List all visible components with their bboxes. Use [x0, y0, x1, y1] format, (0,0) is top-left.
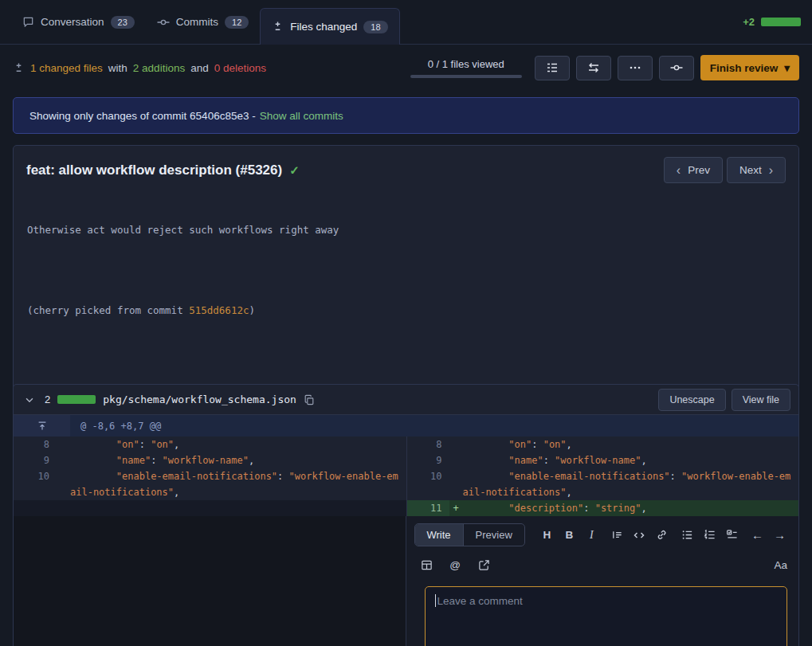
diff-options-button[interactable]: [618, 56, 653, 80]
comment-textarea[interactable]: [425, 586, 788, 646]
old-line-number[interactable]: 8: [14, 437, 57, 452]
task-list-icon[interactable]: [723, 526, 741, 544]
tab-count-badge: 12: [225, 16, 249, 29]
link-icon[interactable]: [653, 526, 671, 544]
changed-files-summary: 1 changed files with 2 additions and 0 d…: [13, 62, 266, 74]
json-key: "name": [70, 455, 151, 466]
file-diff-box: 2 pkg/schema/workflow_schema.json Unesca…: [13, 384, 799, 646]
finish-review-button[interactable]: Finish review ▾: [700, 55, 799, 80]
heading-icon[interactable]: H: [538, 526, 556, 544]
json-value: "on": [151, 439, 174, 450]
finish-review-label: Finish review: [710, 62, 779, 74]
prev-label: Prev: [688, 164, 710, 176]
json-key: "enable-email-notifications": [463, 471, 670, 482]
empty-diff-area: [14, 516, 406, 646]
code-line-new: "on": "on",: [463, 437, 799, 452]
write-tab[interactable]: Write: [415, 524, 463, 546]
new-line-number[interactable]: 9: [406, 452, 449, 468]
additions-text: 2 additions: [133, 62, 185, 74]
diff-view-toggle-button[interactable]: [576, 56, 611, 80]
diff-icon: [13, 62, 25, 74]
cherry-commit-link[interactable]: 515dd6612c: [189, 304, 249, 316]
json-sep: :: [532, 439, 543, 450]
preview-tab[interactable]: Preview: [463, 524, 524, 546]
code-line-old: "name": "workflow-name",: [70, 452, 406, 468]
next-commit-button[interactable]: Next ›: [727, 157, 786, 183]
diff-sign-cell: [57, 452, 70, 468]
json-value: "on": [543, 439, 567, 450]
reference-icon[interactable]: [475, 556, 493, 574]
cherry-text-end: ): [249, 304, 255, 316]
unescape-button[interactable]: Unescape: [658, 389, 725, 411]
write-label: Write: [427, 529, 451, 541]
new-line-number[interactable]: 8: [406, 437, 449, 452]
arrow-left-icon[interactable]: ←: [748, 526, 767, 544]
file-changes-count: 2: [45, 393, 50, 405]
hunk-header-text: @ -8,6 +8,7 @@: [70, 415, 798, 437]
empty-old-sign: [57, 500, 70, 516]
global-diff-stats: +2: [743, 16, 801, 28]
tab-commits[interactable]: Commits 12: [146, 8, 261, 37]
diff-sign-cell: [449, 468, 463, 500]
files-viewed-bar: [410, 75, 522, 78]
diff-sign-cell: [449, 452, 463, 468]
inline-comment-row: Write Preview H B I: [14, 516, 798, 646]
files-viewed-label: 0 / 1 files viewed: [428, 58, 504, 70]
code-line-new: "enable-email-notifications": "workflow-…: [463, 468, 799, 500]
copy-path-icon[interactable]: [304, 394, 315, 405]
comment-editor: Write Preview H B I: [406, 516, 799, 646]
json-sep: :: [277, 471, 288, 482]
empty-old-line: [14, 500, 57, 516]
tab-label: Files changed: [290, 21, 357, 33]
expand-up-icon: [37, 421, 48, 432]
commit-icon: [157, 16, 170, 29]
prev-commit-button[interactable]: ‹ Prev: [664, 157, 723, 183]
json-key: "on": [70, 439, 139, 450]
json-end: ,: [174, 487, 179, 498]
json-end: ,: [641, 503, 646, 514]
json-sep: :: [139, 439, 151, 450]
changed-files-link[interactable]: 1 changed files: [30, 62, 103, 74]
chevron-down-icon[interactable]: [22, 394, 37, 405]
font-size-toggle[interactable]: Aa: [774, 559, 787, 571]
view-file-label: View file: [743, 394, 779, 405]
diff-stat-bar: [761, 18, 801, 26]
added-code-line: "description": "string",: [463, 500, 799, 516]
json-sep: :: [151, 455, 162, 466]
quote-icon[interactable]: [608, 526, 626, 544]
browse-commits-button[interactable]: [659, 56, 694, 80]
expand-hunk-button[interactable]: [14, 415, 70, 437]
tab-label: Conversation: [41, 16, 104, 28]
json-sep: :: [543, 455, 555, 466]
file-tree-toggle-button[interactable]: [535, 56, 570, 80]
new-line-number[interactable]: 10: [406, 468, 449, 500]
json-value: "string": [595, 503, 641, 514]
cherry-text: (cherry picked from commit: [27, 304, 189, 316]
tab-files-changed[interactable]: Files changed 18: [260, 8, 399, 45]
text-caret: [435, 594, 436, 607]
caret-down-icon: ▾: [784, 61, 790, 74]
bullet-list-icon[interactable]: [678, 526, 696, 544]
numbered-list-icon[interactable]: [700, 526, 719, 544]
tab-label: Commits: [176, 16, 218, 28]
tab-conversation[interactable]: Conversation 23: [11, 8, 146, 37]
file-name[interactable]: pkg/schema/workflow_schema.json: [103, 393, 296, 405]
hunk-header-row: @ -8,6 +8,7 @@: [14, 415, 798, 437]
new-line-number[interactable]: 11: [406, 500, 449, 516]
table-icon[interactable]: [418, 556, 436, 574]
italic-icon[interactable]: I: [583, 526, 601, 544]
tab-count-badge: 23: [111, 16, 135, 29]
view-file-button[interactable]: View file: [732, 389, 790, 411]
code-icon[interactable]: [630, 526, 649, 544]
old-line-number[interactable]: 10: [14, 468, 57, 500]
file-diff-stat-bar: [57, 395, 96, 404]
arrow-right-icon[interactable]: →: [771, 526, 789, 544]
json-value: "workflow-name": [555, 455, 641, 466]
mention-icon[interactable]: @: [446, 556, 465, 574]
old-line-number[interactable]: 9: [14, 452, 57, 468]
diff-icon: [272, 21, 284, 33]
addition-sign: +: [449, 500, 463, 516]
show-all-commits-link[interactable]: Show all commits: [260, 110, 343, 122]
bold-icon[interactable]: B: [560, 526, 579, 544]
code-line-old: "on": "on",: [70, 437, 406, 452]
